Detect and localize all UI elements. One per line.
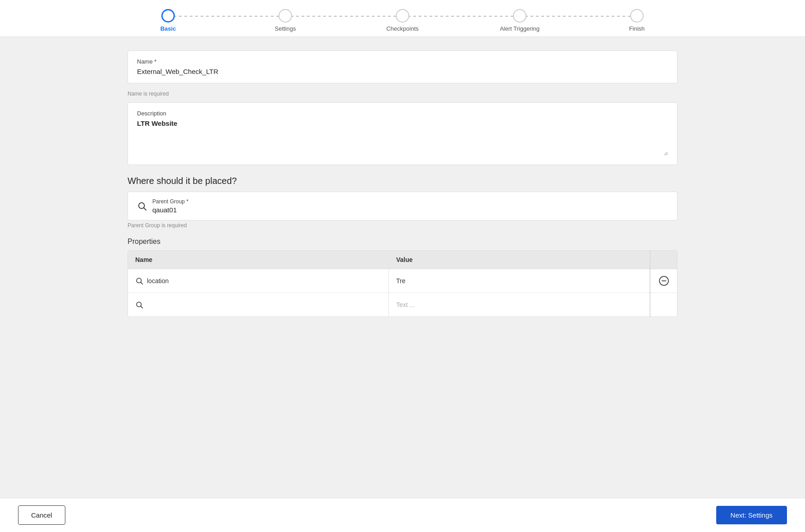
cancel-button[interactable]: Cancel [18,505,65,525]
table-cell-name-2 [128,293,389,316]
stepper: Basic Settings Checkpoints Alert Trigger… [110,9,695,32]
step-line-basic [168,16,285,17]
step-label-basic: Basic [160,25,176,32]
table-value-input-1[interactable] [396,277,642,284]
table-cell-action-2 [650,293,677,316]
remove-row-button-1[interactable] [659,276,669,286]
table-cell-value-2[interactable] [389,293,650,316]
search-icon [137,201,147,211]
description-card: Description LTR Website [128,102,677,165]
step-label-finish: Finish [629,25,645,32]
table-col-value: Value [389,251,650,269]
step-finish[interactable]: Finish [578,9,695,32]
parent-group-validation-msg: Parent Group is required [128,222,677,229]
parent-group-value: qauat01 [152,206,668,214]
step-line-checkpoints [402,16,520,17]
stepper-container: Basic Settings Checkpoints Alert Trigger… [0,0,805,37]
step-label-checkpoints: Checkpoints [386,25,419,32]
name-field-wrapper: Name * [128,51,677,83]
placement-title: Where should it be placed? [128,176,677,186]
table-cell-name-1: location [128,269,389,293]
parent-group-card[interactable]: Parent Group * qauat01 [128,192,677,220]
step-circle-alert-triggering [513,9,526,23]
description-textarea[interactable]: LTR Website [137,119,668,156]
step-label-alert-triggering: Alert Triggering [500,25,540,32]
table-row: location [128,269,677,293]
step-checkpoints[interactable]: Checkpoints [344,9,461,32]
table-name-value-1: location [147,277,169,284]
step-alert-triggering[interactable]: Alert Triggering [461,9,578,32]
step-line-alert-triggering [520,16,637,17]
table-col-name: Name [128,251,389,269]
step-label-settings: Settings [275,25,296,32]
properties-title: Properties [128,238,677,246]
name-card: Name * [128,50,677,83]
table-cell-value-1[interactable] [389,269,650,293]
footer: Cancel Next: Settings [0,498,805,532]
table-value-input-2[interactable] [396,301,642,308]
step-circle-checkpoints [396,9,409,23]
table-row [128,293,677,316]
svg-line-5 [141,306,142,308]
table-cell-action-1[interactable] [650,269,677,293]
search-icon-row1 [135,277,143,285]
properties-table: Name Value location [128,250,677,317]
table-header: Name Value [128,251,677,269]
step-basic[interactable]: Basic [110,9,227,32]
table-col-action [650,251,677,269]
svg-line-3 [141,282,142,284]
name-validation-msg: Name is required [128,91,677,97]
description-field-wrapper: Description LTR Website [128,103,677,165]
description-label: Description [137,110,668,117]
search-icon-row2 [135,301,143,309]
name-input[interactable] [137,68,668,75]
step-settings[interactable]: Settings [227,9,344,32]
next-button[interactable]: Next: Settings [716,506,787,524]
parent-group-label: Parent Group * [152,198,668,205]
step-circle-settings [279,9,292,23]
step-circle-finish [630,9,644,23]
step-line-settings [285,16,402,17]
svg-line-1 [144,208,146,210]
name-label: Name * [137,58,668,65]
parent-group-inner: Parent Group * qauat01 [152,198,668,214]
main-content: Name * Name is required Description LTR … [110,37,695,498]
step-circle-basic [161,9,175,23]
